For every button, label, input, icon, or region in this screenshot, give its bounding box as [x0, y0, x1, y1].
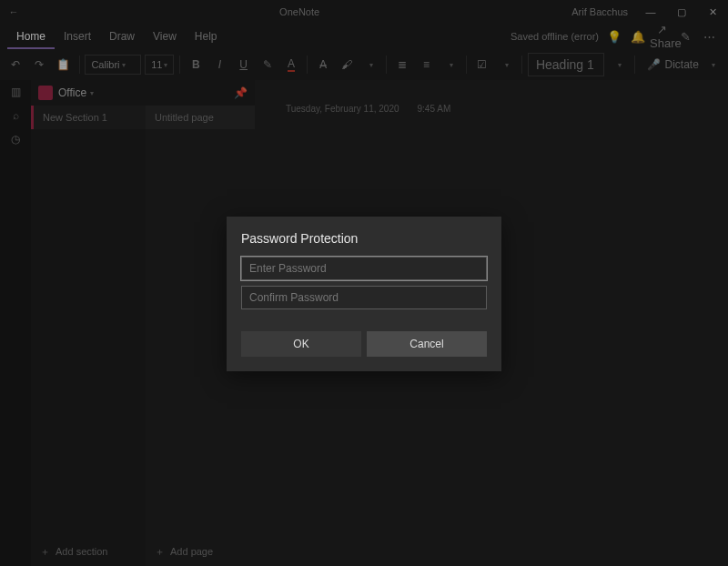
notebook-name: Office [58, 86, 86, 99]
chevron-down-icon[interactable]: ▾ [608, 53, 628, 76]
add-page-label: Add page [170, 546, 213, 557]
font-size-select[interactable]: 11▾ [145, 55, 174, 75]
highlight-icon[interactable]: ✎ [258, 53, 278, 76]
page-datetime: Tuesday, February 11, 2020 9:45 AM [286, 104, 450, 114]
ribbon: ↶ ↷ 📋 Calibri▾ 11▾ B I U ✎ A A̶ 🖌 ▾ ≣ ≡ … [0, 49, 728, 80]
app-title: OneNote [27, 6, 571, 17]
share-button[interactable]: ↗ Share [650, 23, 673, 50]
lightbulb-icon[interactable]: 💡 [602, 30, 626, 44]
bullets-icon[interactable]: ≣ [392, 53, 412, 76]
underline-icon[interactable]: U [234, 53, 254, 76]
more-icon[interactable]: ⋯ [697, 30, 721, 44]
chevron-down-icon: ▾ [88, 89, 94, 97]
font-size-value: 11 [151, 59, 162, 70]
pin-icon[interactable]: 📌 [234, 86, 248, 99]
dialog-title: Password Protection [241, 231, 487, 246]
notebook-header[interactable]: Office ▾ 📌 [31, 80, 255, 106]
chevron-down-icon[interactable]: ▾ [440, 53, 460, 76]
sync-status[interactable]: Saved offline (error) [511, 31, 599, 42]
maximize-button[interactable]: ▢ [666, 0, 697, 24]
enter-password-input[interactable] [241, 257, 487, 280]
password-dialog: Password Protection OK Cancel [227, 217, 501, 371]
notebooks-icon[interactable]: ▥ [11, 86, 21, 98]
tab-home[interactable]: Home [7, 24, 55, 49]
add-section-button[interactable]: ＋ Add section [31, 545, 146, 559]
notebook-icon [38, 86, 53, 100]
left-rail: ▥ ⌕ ◷ [0, 80, 31, 566]
style-select[interactable]: Heading 1 [528, 53, 605, 76]
tab-draw[interactable]: Draw [100, 24, 144, 49]
format-painter-icon[interactable]: 🖌 [337, 53, 357, 76]
page-date: Tuesday, February 11, 2020 [286, 104, 399, 114]
recent-icon[interactable]: ◷ [11, 133, 20, 146]
ok-button[interactable]: OK [241, 331, 361, 357]
clear-format-icon[interactable]: A̶ [313, 53, 333, 76]
undo-icon[interactable]: ↶ [5, 53, 25, 76]
italic-icon[interactable]: I [209, 53, 229, 76]
menubar: Home Insert Draw View Help Saved offline… [0, 24, 728, 49]
clipboard-icon[interactable]: 📋 [53, 53, 73, 76]
confirm-password-input[interactable] [241, 286, 487, 309]
dictate-button[interactable]: 🎤 Dictate [647, 58, 698, 71]
font-name-value: Calibri [91, 59, 119, 70]
close-button[interactable]: ✕ [697, 0, 728, 24]
search-icon[interactable]: ⌕ [13, 109, 19, 122]
add-page-button[interactable]: ＋ Add page [146, 545, 255, 559]
titlebar: ← OneNote Arif Bacchus — ▢ ✕ [0, 0, 728, 24]
minimize-button[interactable]: — [635, 0, 666, 24]
page-item[interactable]: Untitled page [146, 106, 255, 129]
todo-tag-icon[interactable]: ☑ [472, 53, 492, 76]
add-section-label: Add section [56, 546, 107, 557]
page-time: 9:45 AM [418, 104, 451, 114]
tab-view[interactable]: View [144, 24, 186, 49]
user-name[interactable]: Arif Bacchus [571, 6, 628, 17]
font-name-select[interactable]: Calibri▾ [85, 55, 141, 75]
cancel-button[interactable]: Cancel [367, 331, 487, 357]
chevron-down-icon[interactable]: ▾ [703, 53, 723, 76]
tab-help[interactable]: Help [186, 24, 227, 49]
chevron-down-icon[interactable]: ▾ [360, 53, 380, 76]
back-button[interactable]: ← [0, 6, 27, 17]
redo-icon[interactable]: ↷ [29, 53, 49, 76]
numbering-icon[interactable]: ≡ [417, 53, 437, 76]
style-value: Heading 1 [536, 57, 594, 72]
tab-insert[interactable]: Insert [55, 24, 100, 49]
section-item[interactable]: New Section 1 [31, 106, 146, 129]
bold-icon[interactable]: B [186, 53, 206, 76]
dictate-label: Dictate [664, 58, 698, 71]
sections-pane: New Section 1 ＋ Add section [31, 106, 146, 566]
edit-icon[interactable]: ✎ [673, 30, 697, 44]
bell-icon[interactable]: 🔔 [626, 30, 650, 44]
mic-icon: 🎤 [647, 58, 661, 71]
font-color-icon[interactable]: A [281, 53, 301, 76]
chevron-down-icon[interactable]: ▾ [496, 53, 516, 76]
